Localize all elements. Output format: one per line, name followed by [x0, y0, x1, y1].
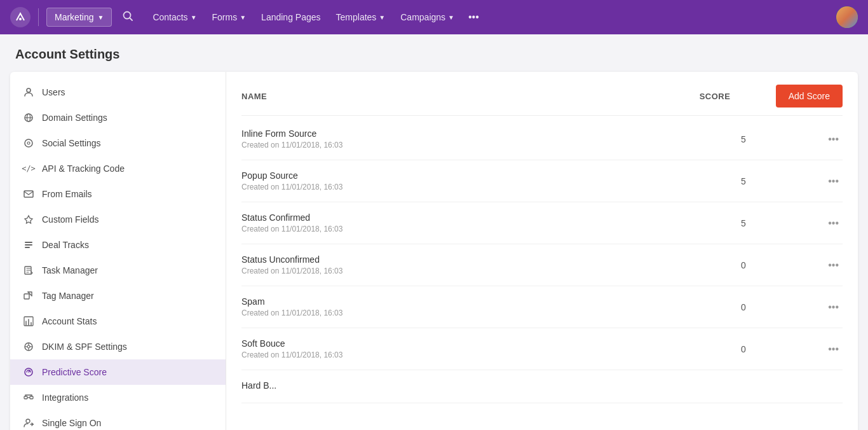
sidebar-single-sign-on-label: Single Sign On: [42, 418, 101, 428]
custom-fields-icon: [23, 214, 34, 225]
nav-forms[interactable]: Forms ▼: [206, 8, 253, 26]
score-info: Status Confirmed Created on 11/01/2018, …: [241, 212, 741, 233]
nav-more-button[interactable]: •••: [463, 8, 484, 27]
single-sign-on-icon: [23, 417, 34, 429]
app-logo[interactable]: [10, 7, 31, 27]
sidebar-item-users[interactable]: Users: [10, 80, 226, 105]
tag-manager-icon: [23, 290, 34, 302]
nav-templates[interactable]: Templates ▼: [330, 8, 392, 26]
marketing-dropdown[interactable]: Marketing ▼: [46, 8, 112, 27]
score-name: Inline Form Source: [241, 128, 741, 139]
svg-point-22: [27, 345, 30, 348]
score-value: 5: [741, 218, 817, 228]
sidebar-item-from-emails[interactable]: From Emails: [10, 181, 226, 207]
score-info: Spam Created on 11/01/2018, 16:03: [241, 296, 741, 317]
landing-pages-label: Landing Pages: [261, 12, 320, 22]
score-info: Status Unconfirmed Created on 11/01/2018…: [241, 254, 741, 275]
sidebar-account-stats-label: Account Stats: [42, 316, 97, 326]
sidebar-integrations-label: Integrations: [42, 392, 88, 403]
score-info: Soft Bouce Created on 11/01/2018, 16:03: [241, 338, 741, 359]
score-name: Hard B...: [241, 380, 741, 391]
sidebar-social-label: Social Settings: [42, 138, 101, 148]
avatar-image: [836, 6, 858, 28]
deal-tracks-icon: [23, 239, 34, 251]
add-score-button[interactable]: Add Score: [776, 85, 843, 108]
marketing-label: Marketing: [55, 12, 93, 22]
sidebar-item-api-tracking[interactable]: </> API & Tracking Code: [10, 156, 226, 181]
user-avatar[interactable]: [836, 6, 858, 28]
score-date: Created on 11/01/2018, 16:03: [241, 267, 741, 275]
svg-point-7: [25, 139, 32, 147]
contacts-label: Contacts: [153, 12, 187, 22]
sidebar-item-domain-settings[interactable]: Domain Settings: [10, 105, 226, 130]
score-row-5: Soft Bouce Created on 11/01/2018, 16:03 …: [241, 328, 843, 370]
row-menu-button[interactable]: •••: [824, 299, 843, 316]
account-stats-icon: [23, 316, 34, 327]
svg-point-1: [124, 12, 131, 19]
nav-contacts[interactable]: Contacts ▼: [146, 8, 203, 26]
sidebar-item-integrations[interactable]: Integrations: [10, 385, 226, 410]
nav-campaigns[interactable]: Campaigns ▼: [394, 8, 461, 26]
score-row-3: Status Unconfirmed Created on 11/01/2018…: [241, 244, 843, 286]
score-value: 0: [741, 260, 817, 270]
sidebar-item-task-manager[interactable]: Task Manager: [10, 258, 226, 283]
score-name: Status Confirmed: [241, 212, 741, 223]
sidebar-item-single-sign-on[interactable]: Single Sign On: [10, 410, 226, 430]
sidebar-item-social-settings[interactable]: Social Settings: [10, 130, 226, 156]
search-button[interactable]: [122, 10, 133, 24]
content-header: Name Score Add Score: [241, 72, 843, 116]
chevron-down-icon: ▼: [240, 14, 246, 21]
sidebar-deal-tracks-label: Deal Tracks: [42, 240, 89, 250]
column-name-header: Name: [241, 92, 700, 101]
svg-rect-13: [25, 247, 30, 248]
score-value: 0: [741, 344, 817, 354]
chevron-down-icon: ▼: [379, 14, 385, 21]
svg-line-28: [29, 371, 30, 373]
score-name: Soft Bouce: [241, 338, 741, 349]
row-menu-button[interactable]: •••: [824, 341, 843, 357]
score-row-6: Hard B...: [241, 370, 843, 403]
score-date: Created on 11/01/2018, 16:03: [241, 309, 741, 317]
svg-line-2: [130, 18, 133, 21]
row-menu-button[interactable]: •••: [824, 257, 843, 274]
score-actions: •••: [817, 341, 843, 357]
sidebar-item-deal-tracks[interactable]: Deal Tracks: [10, 232, 226, 258]
sidebar-item-tag-manager[interactable]: Tag Manager: [10, 283, 226, 309]
sidebar: Users Domain Settings Social Settings: [10, 72, 226, 430]
svg-point-8: [27, 142, 30, 144]
sidebar-item-dkim-spf[interactable]: DKIM & SPF Settings: [10, 334, 226, 359]
sidebar-users-label: Users: [42, 87, 65, 97]
row-menu-button[interactable]: •••: [824, 131, 843, 148]
svg-marker-10: [25, 216, 32, 223]
top-navigation: Marketing ▼ Contacts ▼ Forms ▼ Landing P…: [0, 0, 868, 34]
row-menu-button[interactable]: •••: [824, 215, 843, 232]
dkim-spf-icon: [23, 341, 34, 352]
sidebar-dkim-spf-label: DKIM & SPF Settings: [42, 342, 127, 352]
chevron-down-icon: ▼: [448, 14, 454, 21]
svg-point-32: [26, 419, 30, 423]
social-settings-icon: [23, 137, 34, 149]
chevron-down-icon: ▼: [97, 14, 104, 21]
sidebar-tag-manager-label: Tag Manager: [42, 291, 94, 301]
score-actions: •••: [817, 299, 843, 316]
svg-rect-12: [25, 244, 32, 246]
score-info: Popup Source Created on 11/01/2018, 16:0…: [241, 170, 741, 191]
score-info: Hard B...: [241, 380, 741, 392]
score-name: Popup Source: [241, 170, 741, 181]
score-actions: •••: [817, 257, 843, 274]
row-menu-button[interactable]: •••: [824, 173, 843, 190]
score-row-1: Popup Source Created on 11/01/2018, 16:0…: [241, 160, 843, 202]
score-name: Status Unconfirmed: [241, 254, 741, 265]
sidebar-item-account-stats[interactable]: Account Stats: [10, 309, 226, 334]
score-date: Created on 11/01/2018, 16:03: [241, 225, 741, 233]
sidebar-api-label: API & Tracking Code: [42, 163, 125, 174]
integrations-icon: [23, 392, 34, 403]
score-name: Spam: [241, 296, 741, 307]
from-emails-icon: [23, 188, 34, 200]
sidebar-item-custom-fields[interactable]: Custom Fields: [10, 207, 226, 232]
sidebar-item-predictive-score[interactable]: Predictive Score: [10, 359, 226, 385]
nav-landing-pages[interactable]: Landing Pages: [255, 8, 327, 26]
templates-label: Templates: [336, 12, 377, 22]
score-date: Created on 11/01/2018, 16:03: [241, 183, 741, 191]
score-info: Inline Form Source Created on 11/01/2018…: [241, 128, 741, 149]
